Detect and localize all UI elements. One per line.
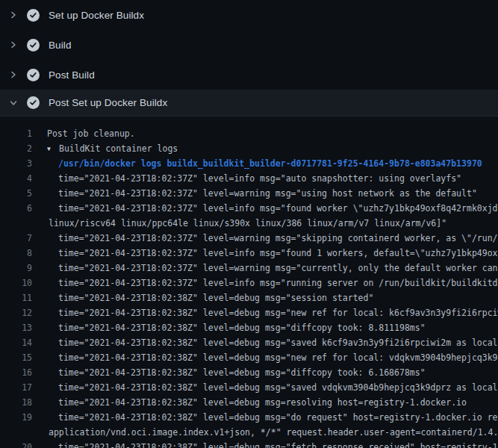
log-line-text: Post job cleanup.: [32, 126, 135, 141]
log-line-number[interactable]: 20: [0, 440, 32, 448]
log-line-text: time="2021-04-23T18:02:37Z" level=warnin…: [32, 231, 498, 246]
check-circle-icon: [27, 9, 40, 22]
log-line-text: time="2021-04-23T18:02:38Z" level=debug …: [32, 410, 498, 425]
log-line: 14 time="2021-04-23T18:02:38Z" level=deb…: [0, 335, 498, 350]
step-label: Set up Docker Buildx: [49, 10, 144, 21]
log-line: 5 time="2021-04-23T18:02:37Z" level=warn…: [0, 186, 498, 201]
step-header-post-set-up-docker-buildx[interactable]: Post Set up Docker Buildx: [0, 90, 498, 116]
log-line: 20 time="2021-04-23T18:02:38Z" level=deb…: [0, 440, 498, 448]
step-label: Post Set up Docker Buildx: [49, 97, 167, 108]
log-line-text: linux/riscv64 linux/ppc64le linux/s390x …: [32, 216, 446, 231]
log-line-number[interactable]: 4: [0, 171, 32, 186]
log-line: 9 time="2021-04-23T18:02:37Z" level=warn…: [0, 261, 498, 276]
log-line: 17 time="2021-04-23T18:02:38Z" level=deb…: [0, 380, 498, 395]
log-line-number[interactable]: 8: [0, 246, 32, 261]
log-line-text: time="2021-04-23T18:02:37Z" level=info m…: [32, 171, 461, 186]
log-line-number[interactable]: 1: [0, 126, 32, 141]
chevron-right-icon: [9, 10, 18, 19]
log-line-number[interactable]: 15: [0, 350, 32, 365]
disclosure-triangle-icon[interactable]: ▼: [47, 142, 59, 157]
log-line-text: time="2021-04-23T18:02:37Z" level=info m…: [32, 246, 498, 261]
log-line-number[interactable]: 7: [0, 231, 32, 246]
log-line-text: time="2021-04-23T18:02:38Z" level=debug …: [32, 380, 498, 395]
log-line-text: time="2021-04-23T18:02:37Z" level=warnin…: [32, 261, 498, 276]
log-line-text: application/vnd.oci.image.index.v1+json,…: [32, 425, 498, 440]
log-line: 6 time="2021-04-23T18:02:37Z" level=info…: [0, 201, 498, 216]
log-line-text: time="2021-04-23T18:02:38Z" level=debug …: [32, 440, 498, 448]
log-line-text[interactable]: ▼BuildKit container logs: [32, 141, 178, 156]
log-line-text: /usr/bin/docker logs buildx_buildkit_bui…: [32, 156, 482, 171]
log-line: 1 Post job cleanup.: [0, 126, 498, 141]
log-line: 12 time="2021-04-23T18:02:38Z" level=deb…: [0, 305, 498, 320]
log-line: 8 time="2021-04-23T18:02:37Z" level=info…: [0, 246, 498, 261]
log-line-text: time="2021-04-23T18:02:38Z" level=debug …: [32, 365, 426, 380]
log-line: linux/riscv64 linux/ppc64le linux/s390x …: [0, 216, 498, 231]
log-line-text: time="2021-04-23T18:02:38Z" level=debug …: [32, 350, 498, 365]
log-line-text: time="2021-04-23T18:02:38Z" level=debug …: [32, 320, 426, 335]
check-circle-icon: [27, 39, 40, 52]
log-line-number[interactable]: 13: [0, 320, 32, 335]
log-line-number[interactable]: 2: [0, 141, 32, 156]
log-line-number[interactable]: 10: [0, 276, 32, 290]
log-line-text: time="2021-04-23T18:02:37Z" level=warnin…: [32, 186, 477, 201]
log-line-number[interactable]: 11: [0, 290, 32, 305]
log-command-line: 3 /usr/bin/docker logs buildx_buildkit_b…: [0, 156, 498, 171]
chevron-right-icon: [9, 40, 18, 49]
log-line-number[interactable]: 5: [0, 186, 32, 201]
log-line-number: [0, 425, 32, 440]
chevron-down-icon: [9, 99, 18, 108]
log-line-text: time="2021-04-23T18:02:38Z" level=debug …: [32, 305, 498, 320]
log-line-text: time="2021-04-23T18:02:38Z" level=debug …: [32, 335, 498, 350]
log-line-number[interactable]: 19: [0, 410, 32, 425]
step-header-set-up-docker-buildx[interactable]: Set up Docker Buildx: [0, 0, 498, 30]
log-line: 11 time="2021-04-23T18:02:38Z" level=deb…: [0, 290, 498, 305]
log-group-title: BuildKit container logs: [59, 143, 178, 154]
log-line: 16 time="2021-04-23T18:02:38Z" level=deb…: [0, 365, 498, 380]
log-line-number[interactable]: 6: [0, 201, 32, 216]
log-line-number[interactable]: 12: [0, 305, 32, 320]
log-line-number[interactable]: 16: [0, 365, 32, 380]
log-line: 15 time="2021-04-23T18:02:38Z" level=deb…: [0, 350, 498, 365]
log-line-text: time="2021-04-23T18:02:38Z" level=debug …: [32, 395, 467, 410]
log-line: 10 time="2021-04-23T18:02:37Z" level=inf…: [0, 276, 498, 290]
log-line: 4 time="2021-04-23T18:02:37Z" level=info…: [0, 171, 498, 186]
log-line-number[interactable]: 18: [0, 395, 32, 410]
log-line-text: time="2021-04-23T18:02:37Z" level=info m…: [32, 201, 498, 216]
log-line: application/vnd.oci.image.index.v1+json,…: [0, 425, 498, 440]
log-group-header: 2 ▼BuildKit container logs: [0, 141, 498, 156]
log-line: 7 time="2021-04-23T18:02:37Z" level=warn…: [0, 231, 498, 246]
step-label: Build: [49, 40, 72, 51]
chevron-right-icon: [9, 70, 18, 79]
log-line-number[interactable]: 14: [0, 335, 32, 350]
log-line: 19 time="2021-04-23T18:02:38Z" level=deb…: [0, 410, 498, 425]
steps-list: Set up Docker Buildx Build Post Build Po…: [0, 0, 498, 116]
check-circle-icon: [27, 69, 40, 81]
log-line: 18 time="2021-04-23T18:02:38Z" level=deb…: [0, 395, 498, 410]
step-header-build[interactable]: Build: [0, 30, 498, 60]
log-line-number[interactable]: 17: [0, 380, 32, 395]
log-line: 13 time="2021-04-23T18:02:38Z" level=deb…: [0, 320, 498, 335]
step-label: Post Build: [49, 69, 95, 81]
check-circle-icon: [27, 96, 40, 109]
log-panel: 1 Post job cleanup. 2 ▼BuildKit containe…: [0, 116, 498, 448]
log-line-number[interactable]: 3: [0, 156, 32, 171]
log-line-number[interactable]: 9: [0, 261, 32, 276]
log-line-number: [0, 216, 32, 231]
log-line-text: time="2021-04-23T18:02:38Z" level=debug …: [32, 290, 373, 305]
step-header-post-build[interactable]: Post Build: [0, 60, 498, 90]
log-line-text: time="2021-04-23T18:02:37Z" level=info m…: [32, 276, 498, 290]
